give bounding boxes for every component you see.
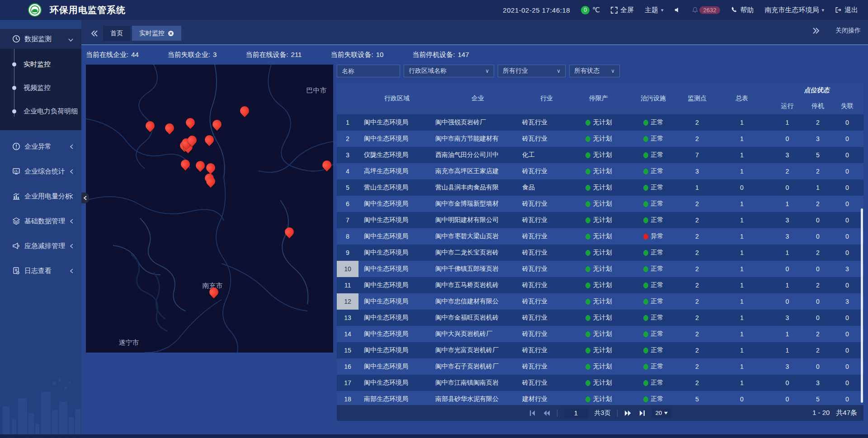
status-select[interactable]: 所有状态∨ xyxy=(569,65,620,77)
tab-1[interactable]: 实时监控 xyxy=(132,26,181,41)
tabs-scroll-right-button[interactable] xyxy=(809,23,823,38)
org-dropdown[interactable]: 南充市生态环境局▾ xyxy=(764,6,824,14)
cell-region: 仪陇生态环境局 xyxy=(359,147,430,163)
cell-company: 阆中市金博瑞新型墙材 xyxy=(430,196,520,212)
map-panel[interactable]: 巴中市南充市遂宁市 xyxy=(86,65,333,353)
cell-limit: 无计划 xyxy=(571,212,626,228)
table-row[interactable]: 3仪陇生态环境局西南油气田分公司川中化工无计划正常71350 xyxy=(337,147,863,163)
cell-limit: 无计划 xyxy=(571,228,626,245)
chart-icon xyxy=(12,192,21,200)
table-row[interactable]: 15阆中生态环境局阆中市光富页岩机砖厂砖瓦行业无计划正常21120 xyxy=(337,342,863,358)
table-row[interactable]: 2阆中生态环境局阆中市南方节能建材有砖瓦行业无计划正常21030 xyxy=(337,131,863,147)
cell-region: 阆中生态环境局 xyxy=(359,114,430,131)
sidebar-subitem-1[interactable]: 视频监控 xyxy=(0,76,81,99)
table-row[interactable]: 14阆中生态环境局阆中大兴页岩机砖厂砖瓦行业无计划正常21120 xyxy=(337,326,863,342)
sidebar-subitem-0[interactable]: 实时监控 xyxy=(0,52,81,76)
cell-lost: 0 xyxy=(831,212,863,228)
prev-page-button[interactable] xyxy=(542,410,551,416)
table-row[interactable]: 5营山生态环境局营山县润丰肉食品有限食品无计划正常10010 xyxy=(337,179,863,196)
tabs-scroll-left-button[interactable] xyxy=(88,26,101,41)
theme-dropdown[interactable]: 主题▾ xyxy=(645,6,664,14)
status-dot-icon xyxy=(585,152,590,158)
name-search-input[interactable] xyxy=(337,65,400,77)
tab-close-icon[interactable] xyxy=(168,30,174,37)
last-page-button[interactable] xyxy=(638,410,646,416)
status-text: 正常 xyxy=(651,330,664,338)
table-row[interactable]: 7阆中生态环境局阆中明阳建材有限公司砖瓦行业无计划正常21300 xyxy=(337,212,863,228)
table-row[interactable]: 13阆中生态环境局阆中市金福旺页岩机砖砖瓦行业无计划正常21300 xyxy=(337,310,863,326)
table-row[interactable]: 12阆中生态环境局阆中市忠信建材有限公砖瓦行业无计划正常21003 xyxy=(337,293,863,310)
stat-label: 当前在线设备: xyxy=(245,51,288,59)
exit-icon xyxy=(835,7,842,13)
status-text: 正常 xyxy=(651,184,664,192)
sidebar-item-0[interactable]: 数据监测 xyxy=(0,29,81,49)
cell-idx: 10 xyxy=(337,261,359,277)
cell-facility: 正常 xyxy=(626,375,680,391)
chevron-left-icon xyxy=(70,168,73,175)
sidebar-item-1[interactable]: 企业异常 xyxy=(0,137,81,156)
notifications-button[interactable]: 2632 xyxy=(692,6,721,14)
sidebar-item-4[interactable]: 基础数据管理 xyxy=(0,211,81,231)
table-row[interactable]: 18南部生态环境局南部县砂华水泥有限公建材行业无计划正常50050 xyxy=(337,391,863,405)
sidebar-item-6[interactable]: 日志查看 xyxy=(0,261,81,281)
table-row[interactable]: 1阆中生态环境局阆中强锐页岩砖厂砖瓦行业无计划正常21120 xyxy=(337,114,863,131)
status-dot-icon xyxy=(585,250,590,256)
sidebar-item-label: 企业异常 xyxy=(24,142,52,151)
cell-points: 2 xyxy=(680,375,714,391)
cell-facility: 正常 xyxy=(626,326,680,342)
cell-region: 阆中生态环境局 xyxy=(359,261,430,277)
bullet-icon xyxy=(12,86,16,90)
chevron-down-icon xyxy=(68,35,73,43)
table-row[interactable]: 10阆中生态环境局阆中千佛镇五郎垭页岩砖瓦行业无计划正常21003 xyxy=(337,261,863,277)
status-dot-icon xyxy=(585,380,590,386)
table-row[interactable]: 8阆中生态环境局阆中市枣碧大梁山页岩砖瓦行业无计划异常21300 xyxy=(337,228,863,245)
page-size-select[interactable]: 20 xyxy=(652,408,671,418)
cell-run: 3 xyxy=(770,228,805,245)
status-dot-icon xyxy=(585,331,590,337)
cell-limit: 无计划 xyxy=(571,163,626,179)
cell-points: 2 xyxy=(680,293,714,310)
logout-button[interactable]: 退出 xyxy=(835,6,858,14)
cell-lost: 0 xyxy=(831,310,863,326)
status-text: 无计划 xyxy=(593,379,612,387)
cell-facility: 正常 xyxy=(626,277,680,293)
table-row[interactable]: 4高坪生态环境局南充市高坪区王家店建砖瓦行业无计划正常31220 xyxy=(337,163,863,179)
close-operations-button[interactable]: 关闭操作 xyxy=(835,27,861,35)
cell-lost: 0 xyxy=(831,358,863,375)
table-row[interactable]: 17阆中生态环境局阆中市江南镇阆南页岩砖瓦行业无计划正常21030 xyxy=(337,375,863,391)
status-dot-icon xyxy=(643,234,648,240)
tab-0[interactable]: 首页 xyxy=(103,26,130,41)
table-row[interactable]: 6阆中生态环境局阆中市金博瑞新型墙材砖瓦行业无计划正常21120 xyxy=(337,196,863,212)
fullscreen-button[interactable]: 全屏 xyxy=(611,6,634,14)
table-row[interactable]: 16阆中生态环境局阆中市石子页岩机砖厂砖瓦行业无计划正常21300 xyxy=(337,358,863,375)
sound-button[interactable] xyxy=(675,7,681,13)
industry-select[interactable]: 所有行业∨ xyxy=(498,65,566,77)
sidebar-item-2[interactable]: 企业综合统计 xyxy=(0,161,81,181)
cell-meters: 1 xyxy=(714,212,770,228)
next-page-button[interactable] xyxy=(624,410,632,416)
next-page-icon xyxy=(624,410,632,416)
cell-region: 高坪生态环境局 xyxy=(359,163,430,179)
table-row[interactable]: 11阆中生态环境局阆中市五马桥页岩机砖砖瓦行业无计划正常21120 xyxy=(337,277,863,293)
table-scrollbar[interactable] xyxy=(861,208,863,403)
map-city-label: 遂宁市 xyxy=(119,339,139,347)
status-text: 无计划 xyxy=(593,232,612,240)
status-dot-icon xyxy=(585,299,590,305)
table-row[interactable]: 9阆中生态环境局阆中市二龙长宝页岩砖砖瓦行业无计划正常21120 xyxy=(337,245,863,261)
sidebar-item-5[interactable]: 应急减排管理 xyxy=(0,236,81,256)
status-dot-icon xyxy=(585,217,590,223)
stat-value: 3 xyxy=(213,51,217,59)
cell-lost: 0 xyxy=(831,179,863,196)
cell-idx: 6 xyxy=(337,196,359,212)
sidebar-item-3[interactable]: 企业用电量分析 xyxy=(0,186,81,206)
cell-company: 阆中市二龙长宝页岩砖 xyxy=(430,245,520,261)
cell-company: 阆中强锐页岩砖厂 xyxy=(430,114,520,131)
sidebar-subitem-2[interactable]: 企业电力负荷明细 xyxy=(0,99,81,123)
sidebar-item-label: 应急减排管理 xyxy=(24,242,65,250)
help-button[interactable]: 帮助 xyxy=(731,6,754,14)
region-select[interactable]: 行政区域名称∨ xyxy=(404,65,494,77)
page-number-input[interactable] xyxy=(564,408,588,418)
first-page-button[interactable] xyxy=(529,410,536,416)
app-root: 环保用电监管系统 2021-02-25 17:46:18 0 ℃ 全屏 主题▾ … xyxy=(0,0,868,438)
map-collapse-button[interactable] xyxy=(81,193,89,203)
